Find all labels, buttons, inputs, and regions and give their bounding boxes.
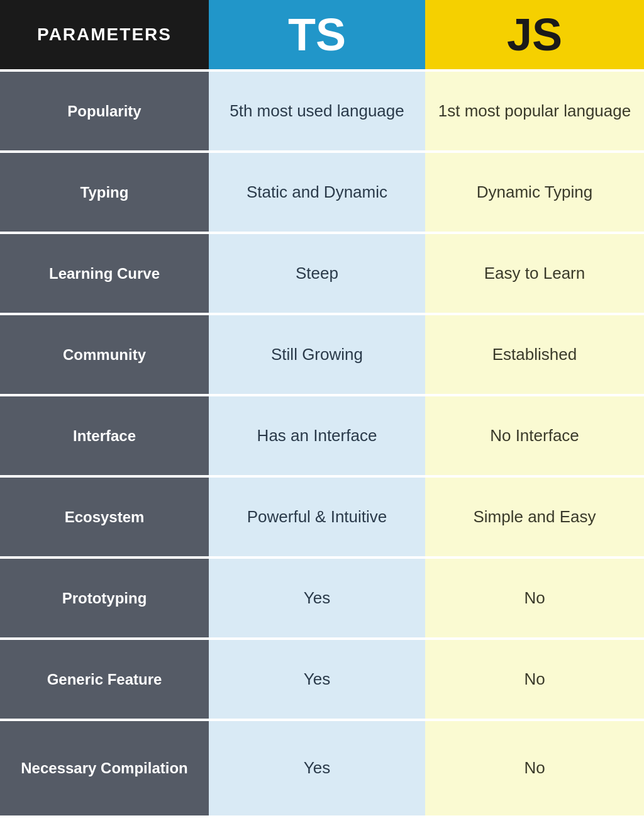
ts-value: Steep	[296, 263, 338, 284]
js-cell: No	[425, 721, 644, 815]
param-cell: Typing	[0, 153, 209, 232]
ts-value: Still Growing	[271, 344, 363, 366]
data-row: Learning Curve Steep Easy to Learn	[0, 232, 644, 313]
header-ts-cell: TS	[209, 0, 425, 69]
js-value: 1st most popular language	[438, 101, 631, 122]
data-row: Typing Static and Dynamic Dynamic Typing	[0, 150, 644, 232]
ts-cell: Steep	[209, 234, 425, 313]
ts-value: Powerful & Intuitive	[247, 507, 387, 528]
param-label: Community	[63, 345, 146, 364]
param-label: Popularity	[67, 101, 141, 121]
param-label: Typing	[80, 182, 129, 202]
ts-value: Has an Interface	[257, 425, 377, 447]
data-row: Community Still Growing Established	[0, 313, 644, 394]
js-value: Simple and Easy	[473, 507, 596, 528]
header-js-label: JS	[507, 9, 562, 60]
header-js-cell: JS	[425, 0, 644, 69]
ts-cell: Powerful & Intuitive	[209, 478, 425, 556]
js-value: No Interface	[490, 425, 579, 447]
js-cell: Established	[425, 315, 644, 394]
data-row: Necessary Compilation Yes No	[0, 719, 644, 815]
js-cell: No	[425, 640, 644, 719]
comparison-table: PARAMETERS TS JS Popularity 5th most use…	[0, 0, 644, 818]
data-row: Prototyping Yes No	[0, 556, 644, 637]
param-label: Generic Feature	[47, 670, 162, 689]
ts-cell: Yes	[209, 640, 425, 719]
ts-value: Yes	[304, 588, 330, 609]
ts-cell: Has an Interface	[209, 396, 425, 475]
js-value: No	[524, 758, 545, 779]
param-cell: Learning Curve	[0, 234, 209, 313]
param-cell: Prototyping	[0, 559, 209, 637]
param-label: Interface	[73, 426, 136, 445]
param-cell: Popularity	[0, 72, 209, 150]
param-cell: Necessary Compilation	[0, 721, 209, 815]
param-label: Ecosystem	[65, 507, 145, 527]
header-ts-label: TS	[288, 9, 346, 60]
ts-value: Static and Dynamic	[247, 182, 387, 203]
js-cell: Simple and Easy	[425, 478, 644, 556]
data-row: Popularity 5th most used language 1st mo…	[0, 69, 644, 150]
param-cell: Community	[0, 315, 209, 394]
param-cell: Interface	[0, 396, 209, 475]
ts-cell: 5th most used language	[209, 72, 425, 150]
param-cell: Ecosystem	[0, 478, 209, 556]
header-row: PARAMETERS TS JS	[0, 0, 644, 69]
param-label: Prototyping	[62, 588, 147, 608]
param-label: Learning Curve	[49, 264, 160, 283]
js-cell: Dynamic Typing	[425, 153, 644, 232]
js-value: Easy to Learn	[484, 263, 585, 284]
ts-value: Yes	[304, 669, 330, 690]
data-row: Generic Feature Yes No	[0, 637, 644, 719]
ts-value: 5th most used language	[230, 101, 404, 122]
ts-value: Yes	[304, 758, 330, 779]
js-cell: Easy to Learn	[425, 234, 644, 313]
js-value: Dynamic Typing	[477, 182, 593, 203]
param-label: Necessary Compilation	[21, 758, 187, 778]
js-value: No	[524, 588, 545, 609]
data-row: Ecosystem Powerful & Intuitive Simple an…	[0, 475, 644, 556]
js-cell: No Interface	[425, 396, 644, 475]
ts-cell: Yes	[209, 721, 425, 815]
rows-container: Popularity 5th most used language 1st mo…	[0, 69, 644, 815]
js-value: Established	[492, 344, 577, 366]
ts-cell: Still Growing	[209, 315, 425, 394]
js-cell: No	[425, 559, 644, 637]
param-cell: Generic Feature	[0, 640, 209, 719]
data-row: Interface Has an Interface No Interface	[0, 394, 644, 475]
header-params-label: PARAMETERS	[37, 25, 172, 45]
js-value: No	[524, 669, 545, 690]
ts-cell: Static and Dynamic	[209, 153, 425, 232]
header-params-cell: PARAMETERS	[0, 0, 209, 69]
js-cell: 1st most popular language	[425, 72, 644, 150]
ts-cell: Yes	[209, 559, 425, 637]
